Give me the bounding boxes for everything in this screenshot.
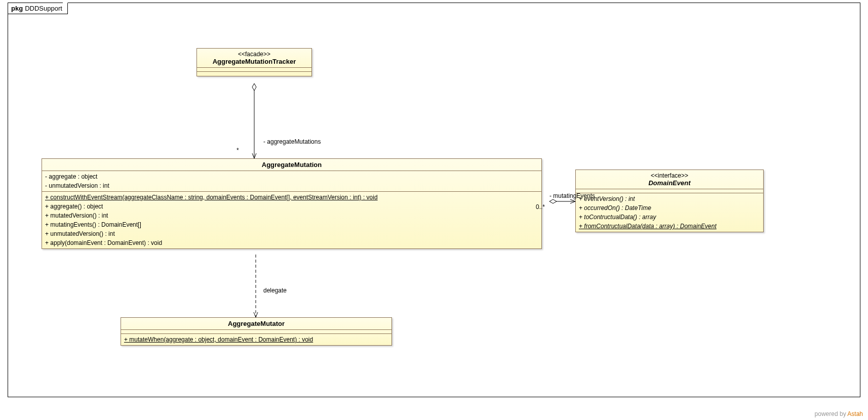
class-name: AggregateMutationTracker [213,58,296,65]
class-name: AggregateMutator [228,320,285,327]
class-attrs [121,330,391,334]
class-header: AggregateMutator [121,318,391,330]
assoc-label-delegate: delegate [263,287,287,294]
assoc-multiplicity-aggregate-mutations: * [236,147,239,154]
package-tab: pkg DDDSupport [8,3,68,14]
op: + mutatingEvents() : DomainEvent[] [45,220,538,229]
class-ops: + mutateWhen(aggregate : object, domainE… [121,334,391,345]
op: + fromContructualData(data : array) : Do… [579,222,760,231]
op: + occurredOn() : DateTime [579,203,760,213]
class-name: DomainEvent [648,179,690,187]
assoc-multiplicity-mutating-events: 0..* [536,203,545,211]
op: + eventVersion() : int [579,194,760,203]
class-attrs: - aggregate : object - unmutatedVersion … [42,171,541,192]
stereotype: <<interface>> [581,172,758,179]
assoc-label-mutating-events: - mutatingEvents [549,192,595,199]
class-ops: + eventVersion() : int + occurredOn() : … [576,193,763,232]
package-keyword: pkg [11,5,23,12]
class-aggregate-mutation[interactable]: AggregateMutation - aggregate : object -… [42,158,542,249]
class-ops: + constructWithEventStream(aggregateClas… [42,192,541,248]
class-aggregate-mutator[interactable]: AggregateMutator + mutateWhen(aggregate … [121,317,392,346]
op: + mutatedVersion() : int [45,211,538,220]
op: + unmutatedVersion() : int [45,229,538,238]
class-attrs [197,68,311,72]
footer-credit: powered by Astah [815,410,863,417]
op: + constructWithEventStream(aggregateClas… [45,193,538,202]
stereotype: <<facade>> [202,51,306,58]
op: + mutateWhen(aggregate : object, domainE… [124,335,388,344]
op: + aggregate() : object [45,202,538,211]
class-aggregate-mutation-tracker[interactable]: <<facade>> AggregateMutationTracker [196,48,312,76]
attr: - unmutatedVersion : int [45,181,538,190]
footer-name: Astah [847,410,863,417]
footer-prefix: powered by [815,410,848,417]
package-name: DDDSupport [25,5,62,12]
class-header: <<interface>> DomainEvent [576,170,763,189]
class-header: <<facade>> AggregateMutationTracker [197,49,311,68]
op: + apply(domainEvent : DomainEvent) : voi… [45,238,538,247]
class-name: AggregateMutation [262,161,322,169]
class-domain-event[interactable]: <<interface>> DomainEvent + eventVersion… [575,170,764,232]
class-ops [197,72,311,76]
class-header: AggregateMutation [42,159,541,171]
op: + toContructualData() : array [579,213,760,222]
class-attrs [576,189,763,193]
attr: - aggregate : object [45,172,538,181]
assoc-label-aggregate-mutations: - aggregateMutations [263,138,321,145]
